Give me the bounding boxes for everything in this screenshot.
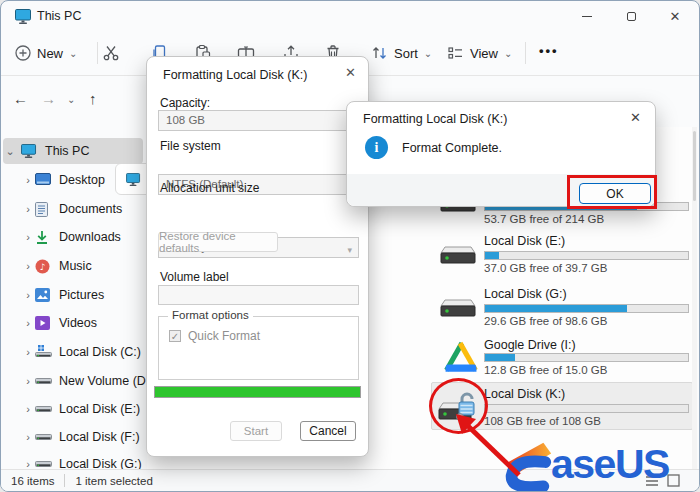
items-count: 16 items xyxy=(11,475,54,487)
chevron-right-icon[interactable]: › xyxy=(21,431,35,443)
explorer-window: This PC ✕ New ⌄ xyxy=(0,0,700,492)
volume-label-input[interactable] xyxy=(158,285,359,305)
close-button[interactable]: ✕ xyxy=(653,1,697,31)
sort-icon xyxy=(371,45,388,61)
maximize-icon xyxy=(627,12,636,21)
maximize-button[interactable] xyxy=(609,1,653,31)
chevron-down-icon: ▾ xyxy=(347,241,352,260)
chevron-right-icon[interactable]: › xyxy=(21,231,35,243)
hard-drive-icon xyxy=(438,292,478,322)
format-dialog-title: Formatting Local Disk (K:) xyxy=(163,68,307,82)
view-button[interactable]: View ⌄ xyxy=(447,40,512,66)
title-bar: This PC ✕ xyxy=(1,1,700,31)
cancel-button[interactable]: Cancel xyxy=(300,421,356,441)
history-chevron-icon[interactable]: ⌄ xyxy=(67,94,75,105)
chevron-down-icon: ⌄ xyxy=(69,48,77,59)
sort-button[interactable]: Sort ⌄ xyxy=(371,40,432,66)
sidebar-item-label: Music xyxy=(59,259,92,273)
restore-defaults-button[interactable]: Restore device defaults xyxy=(158,232,278,252)
chevron-right-icon[interactable]: › xyxy=(21,346,35,358)
quick-format-option[interactable]: ✓ Quick Format xyxy=(169,329,358,343)
forward-button[interactable]: → xyxy=(41,90,56,107)
document-icon xyxy=(35,201,52,217)
this-pc-icon xyxy=(21,143,38,159)
chevron-right-icon[interactable]: › xyxy=(21,317,35,329)
capacity-bar xyxy=(484,353,689,362)
cut-icon xyxy=(102,44,120,62)
new-button[interactable]: New ⌄ xyxy=(15,40,77,66)
info-icon: i xyxy=(365,136,388,159)
sidebar-item-documents[interactable]: › Documents xyxy=(3,196,143,222)
sidebar-item-label: Local Disk (E:) xyxy=(59,402,140,416)
drive-name: Local Disk (G:) xyxy=(484,287,567,301)
format-options-group: Format options ✓ Quick Format xyxy=(158,316,359,380)
drive-free-space: 12.8 GB free of 15.0 GB xyxy=(484,364,607,376)
capacity-combo[interactable]: 108 GB▾ xyxy=(158,110,359,131)
drive-icon xyxy=(35,429,52,445)
sidebar-item-local-disk-e[interactable]: › Local Disk (E:) xyxy=(3,396,143,422)
sidebar-item-local-disk-f[interactable]: › Local Disk (F:) xyxy=(3,424,143,450)
sidebar-item-label: Local Disk (F:) xyxy=(59,430,140,444)
sidebar-item-pictures[interactable]: › Pictures xyxy=(3,282,143,308)
sidebar-item-label: Videos xyxy=(59,316,97,330)
sidebar-item-desktop[interactable]: › Desktop xyxy=(3,167,143,193)
quick-format-label: Quick Format xyxy=(188,329,260,343)
new-button-label: New xyxy=(37,46,63,61)
view-button-label: View xyxy=(470,46,498,61)
desktop-icon xyxy=(35,172,52,188)
chevron-right-icon[interactable]: › xyxy=(21,375,35,387)
chevron-down-icon[interactable]: ⌄ xyxy=(3,145,17,158)
chevron-right-icon[interactable]: › xyxy=(21,403,35,415)
sidebar-item-downloads[interactable]: › Downloads xyxy=(3,224,143,250)
close-icon: ✕ xyxy=(670,9,681,24)
chevron-right-icon[interactable]: › xyxy=(21,260,35,272)
sidebar-item-label: Downloads xyxy=(59,230,121,244)
chevron-right-icon[interactable]: › xyxy=(21,289,35,301)
close-icon[interactable]: ✕ xyxy=(630,110,641,125)
drive-free-space: 29.6 GB free of 98.6 GB xyxy=(484,315,607,327)
toolbar-divider xyxy=(525,42,526,64)
allocation-label: Allocation unit size xyxy=(160,181,259,195)
scrollbar-thumb[interactable] xyxy=(693,131,696,201)
format-progress-bar xyxy=(154,386,361,398)
close-icon[interactable]: ✕ xyxy=(345,65,356,80)
easeus-logo-text: aseUS xyxy=(551,441,669,488)
volume-label: Volume label xyxy=(160,270,229,284)
chevron-down-icon: ⌄ xyxy=(504,48,512,59)
sidebar-item-this-pc[interactable]: ⌄ This PC xyxy=(3,138,143,164)
window-title: This PC xyxy=(37,9,81,23)
sidebar-item-new-volume-d[interactable]: › New Volume (D:) xyxy=(3,368,143,394)
format-progress-fill xyxy=(155,387,360,397)
chevron-right-icon[interactable]: › xyxy=(21,174,35,186)
sidebar-item-label: Desktop xyxy=(59,173,105,187)
sidebar-item-videos[interactable]: › Videos xyxy=(3,310,143,336)
capacity-bar xyxy=(484,304,689,313)
more-options-button[interactable]: ••• xyxy=(539,43,559,58)
message-box-title: Formatting Local Disk (K:) xyxy=(363,112,507,126)
music-icon: ♪ xyxy=(35,258,52,274)
up-button[interactable]: ↑ xyxy=(89,90,97,107)
drive-name: Local Disk (E:) xyxy=(484,234,565,248)
message-text: Format Complete. xyxy=(402,141,502,155)
download-icon xyxy=(35,229,52,245)
cut-button[interactable] xyxy=(97,39,125,67)
hard-drive-icon xyxy=(438,239,478,269)
sort-button-label: Sort xyxy=(394,46,418,61)
checkbox-checked-icon[interactable]: ✓ xyxy=(169,330,181,342)
drive-free-space: 53.7 GB free of 214 GB xyxy=(484,213,604,225)
view-icon xyxy=(447,45,464,61)
plus-circle-icon xyxy=(15,45,31,61)
sidebar-item-label: This PC xyxy=(45,144,89,158)
minimize-button[interactable] xyxy=(565,1,609,31)
chevron-right-icon[interactable]: › xyxy=(21,203,35,215)
sidebar-item-label: Local Disk (C:) xyxy=(59,345,141,359)
annotation-rectangle xyxy=(567,175,657,209)
sidebar-item-music[interactable]: › ♪ Music xyxy=(3,253,143,279)
sidebar-item-label: New Volume (D:) xyxy=(59,374,153,388)
sidebar-item-local-disk-c[interactable]: › Local Disk (C:) xyxy=(3,339,143,365)
back-button[interactable]: ← xyxy=(13,90,28,107)
annotation-arrow xyxy=(436,401,536,486)
filesystem-label: File system xyxy=(160,139,221,153)
start-button[interactable]: Start xyxy=(230,421,282,441)
system-drive-icon xyxy=(35,344,52,360)
